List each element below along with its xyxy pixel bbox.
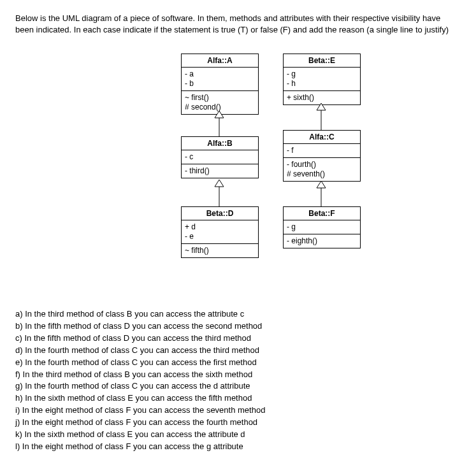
uml-diagram: Alfa::A - a - b ~ first() # second() Bet… xyxy=(168,54,461,296)
uml-op: - fourth() xyxy=(287,160,357,169)
question-b: b) In the fifth method of class D you ca… xyxy=(15,320,461,333)
uml-attr: - c xyxy=(185,152,255,162)
uml-attr: + d xyxy=(185,222,255,232)
uml-attr: - g xyxy=(287,222,357,232)
question-f: f) In the third method of class B you ca… xyxy=(15,369,461,381)
uml-class-alfa-a: Alfa::A - a - b ~ first() # second() xyxy=(181,54,259,115)
uml-ops: - eighth() xyxy=(284,234,360,248)
uml-attr: - a xyxy=(185,69,255,79)
question-g: g) In the fourth method of class C you c… xyxy=(15,380,461,392)
svg-marker-3 xyxy=(317,103,326,110)
intro-text: Below is the UML diagram of a piece of s… xyxy=(15,13,461,36)
uml-name: Alfa::A xyxy=(182,54,258,68)
inheritance-arrow-f-to-c xyxy=(317,181,326,206)
uml-ops: ~ fifth() xyxy=(182,244,258,257)
uml-attrs: - a - b xyxy=(182,68,258,91)
uml-attrs: - c xyxy=(182,150,258,164)
question-c: c) In the fifth method of class D you ca… xyxy=(15,333,461,345)
uml-attr: - e xyxy=(185,232,255,241)
uml-attrs: - g - h xyxy=(284,68,360,91)
svg-marker-5 xyxy=(215,180,224,187)
uml-op: ~ first() xyxy=(185,93,255,103)
uml-op: - eighth() xyxy=(287,236,357,246)
uml-attr: - h xyxy=(287,79,357,89)
uml-ops: + sixth() xyxy=(284,91,360,104)
uml-class-beta-d: Beta::D + d - e ~ fifth() xyxy=(181,206,259,258)
uml-op: ~ fifth() xyxy=(185,246,255,255)
inheritance-arrow-c-to-e xyxy=(317,103,326,130)
uml-class-beta-e: Beta::E - g - h + sixth() xyxy=(283,54,361,105)
svg-marker-7 xyxy=(317,181,326,188)
uml-ops: - fourth() # seventh() xyxy=(284,158,360,181)
uml-name: Beta::E xyxy=(284,54,360,68)
uml-name: Beta::F xyxy=(284,207,360,220)
question-a: a) In the third method of class B you ca… xyxy=(15,308,461,320)
uml-attr: - b xyxy=(185,79,255,89)
uml-name: Alfa::C xyxy=(284,131,360,144)
uml-ops: - third() xyxy=(182,164,258,178)
uml-class-beta-f: Beta::F - g - eighth() xyxy=(283,206,361,248)
question-j: j) In the eight method of class F you ca… xyxy=(15,417,461,429)
svg-marker-1 xyxy=(215,111,224,118)
uml-class-alfa-c: Alfa::C - f - fourth() # seventh() xyxy=(283,130,361,182)
uml-op: # seventh() xyxy=(287,169,357,179)
inheritance-arrow-b-to-a xyxy=(215,111,224,136)
uml-attr: - g xyxy=(287,69,357,79)
questions-list: a) In the third method of class B you ca… xyxy=(15,308,461,452)
question-h: h) In the sixth method of class E you ca… xyxy=(15,392,461,405)
inheritance-arrow-d-to-b xyxy=(215,180,224,206)
uml-attr: - f xyxy=(287,146,357,155)
uml-name: Beta::D xyxy=(182,207,258,220)
question-k: k) In the sixth method of class E you ca… xyxy=(15,429,461,441)
uml-name: Alfa::B xyxy=(182,137,258,150)
uml-op: + sixth() xyxy=(287,93,357,103)
uml-attrs: + d - e xyxy=(182,220,258,244)
question-i: i) In the eight method of class F you ca… xyxy=(15,405,461,417)
uml-attrs: - f xyxy=(284,144,360,158)
question-e: e) In the fourth method of class C you c… xyxy=(15,357,461,369)
question-l: l) In the eight method of class F you ca… xyxy=(15,441,461,453)
uml-op: - third() xyxy=(185,166,255,176)
uml-attrs: - g xyxy=(284,220,360,234)
uml-class-alfa-b: Alfa::B - c - third() xyxy=(181,136,259,178)
question-d: d) In the fourth method of class C you c… xyxy=(15,345,461,357)
